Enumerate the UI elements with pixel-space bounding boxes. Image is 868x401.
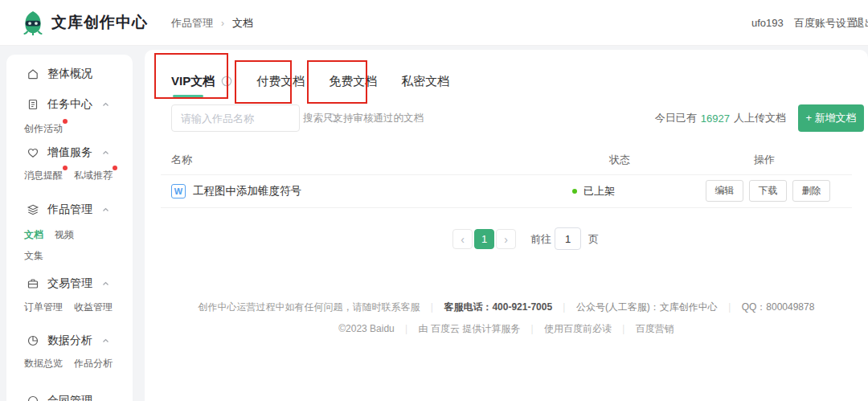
breadcrumb: 作品管理 › 文档: [171, 0, 253, 46]
sidebar-subgroup-works-2: 文集: [6, 246, 133, 265]
app-title: 文库创作中心: [51, 12, 148, 33]
goto-page-suffix: 页: [588, 232, 599, 247]
sidebar-label: 整体概况: [47, 67, 92, 81]
sidebar-item-documents-active[interactable]: 文档: [24, 228, 43, 242]
upload-stat: 今日已有 16927 人上传文档: [655, 104, 786, 132]
sidebar-sublabel: 私域推荐: [74, 170, 113, 181]
sidebar-item-videos[interactable]: 视频: [55, 228, 74, 242]
sidebar-item-private-domain[interactable]: 私域推荐: [74, 169, 113, 182]
account-settings-link[interactable]: 百度账号设置: [794, 0, 857, 46]
sidebar-sublabel: 消息提醒: [24, 170, 63, 181]
sidebar-label: 增值服务: [47, 145, 92, 160]
goto-page-label: 前往: [530, 232, 551, 247]
heart-icon: [27, 146, 39, 159]
contract-icon: [27, 395, 39, 401]
chevron-up-icon[interactable]: [101, 280, 110, 288]
upload-count: 16927: [701, 113, 730, 125]
sidebar-subgroup-task: 创作活动: [6, 119, 133, 138]
sidebar-label: 数据分析: [47, 333, 92, 348]
sidebar-item-data-overview[interactable]: 数据总览: [24, 357, 63, 370]
sidebar-subgroup-services: 消息提醒 私域推荐: [6, 166, 133, 185]
status-badge: 已上架: [583, 184, 615, 198]
breadcrumb-separator-icon: ›: [221, 18, 224, 29]
footer-marketing-link[interactable]: 百度营销: [636, 323, 674, 334]
sidebar-item-order-management[interactable]: 订单管理: [24, 301, 63, 314]
breadcrumb-documents: 文档: [232, 16, 253, 31]
status-cell: 已上架: [572, 175, 615, 207]
edit-button[interactable]: 编辑: [706, 180, 743, 202]
chevron-up-icon[interactable]: [101, 206, 110, 214]
sidebar-label: 作品管理: [47, 203, 92, 217]
annotation-box-free-tab: [307, 60, 367, 104]
sidebar-item-works-analysis[interactable]: 作品分析: [74, 357, 113, 370]
search-hint-text: 搜索只支持审核通过的文档: [303, 104, 424, 132]
username[interactable]: ufo193: [751, 0, 784, 46]
footer-separator: ｜: [559, 301, 569, 313]
next-page-button[interactable]: ›: [496, 229, 516, 249]
new-badge-dot: [63, 166, 68, 170]
sidebar-item-works-management[interactable]: 作品管理: [6, 198, 133, 221]
prev-page-button[interactable]: ‹: [452, 229, 473, 249]
footer-wechat: 公众号(人工客服)：文库创作中心: [576, 301, 718, 313]
delete-button[interactable]: 删除: [792, 180, 830, 202]
sidebar-item-collections[interactable]: 文集: [24, 249, 43, 263]
new-badge-dot: [113, 166, 117, 170]
footer-copyright: ©2023 Baidu: [338, 323, 395, 334]
column-header-status: 状态: [609, 153, 630, 167]
task-icon: [27, 98, 39, 111]
status-dot-icon: [572, 189, 577, 194]
goto-page-input[interactable]: [555, 227, 581, 250]
new-document-button[interactable]: + 新增文档: [798, 104, 864, 132]
sidebar-item-task-center[interactable]: 任务中心: [6, 93, 133, 116]
sidebar-item-message-reminder[interactable]: 消息提醒: [24, 169, 63, 182]
tab-private-documents[interactable]: 私密文档: [401, 74, 449, 89]
chevron-up-icon[interactable]: [101, 100, 110, 108]
footer-phone: 客服电话：400-921-7005: [444, 301, 552, 313]
word-doc-icon: W: [171, 184, 186, 198]
footer-separator: ｜: [527, 323, 537, 334]
sidebar-item-transaction-management[interactable]: 交易管理: [6, 272, 133, 295]
annotation-box-vip-tab: [154, 53, 228, 99]
upload-stat-prefix: 今日已有: [655, 111, 697, 125]
upload-stat-suffix: 人上传文档: [734, 111, 786, 125]
mascot-icon: [22, 10, 44, 35]
breadcrumb-works-management[interactable]: 作品管理: [171, 16, 213, 31]
footer-support-text: 创作中心运营过程中如有任何问题，请随时联系客服: [199, 301, 420, 313]
sidebar-label: 合同管理: [47, 394, 92, 401]
footer-separator: ｜: [725, 301, 735, 313]
sidebar-label: 交易管理: [47, 276, 92, 291]
sidebar-item-data-analysis[interactable]: 数据分析: [6, 329, 133, 352]
logout-link[interactable]: 退出: [854, 0, 868, 46]
footer-support-line: 创作中心运营过程中如有任何问题，请随时联系客服｜客服电话：400-921-700…: [145, 301, 868, 314]
app-logo[interactable]: 文库创作中心: [22, 10, 148, 35]
sidebar: 整体概况 任务中心 创作活动 增值服务 消息提醒 私域推荐: [6, 55, 133, 401]
sidebar-subgroup-transactions: 订单管理 收益管理: [6, 297, 133, 317]
footer-must-read-link[interactable]: 使用百度前必读: [544, 323, 612, 334]
sidebar-item-creation-activity[interactable]: 创作活动: [24, 122, 63, 136]
chevron-up-icon[interactable]: [101, 337, 110, 345]
footer-separator: ｜: [428, 301, 437, 313]
annotation-box-paid-tab: [235, 60, 292, 104]
sidebar-label: 任务中心: [47, 97, 92, 112]
chevron-up-icon[interactable]: [101, 149, 110, 157]
download-button[interactable]: 下载: [749, 180, 787, 202]
footer-separator: ｜: [402, 323, 411, 334]
search-box: [171, 104, 300, 132]
column-header-action: 操作: [754, 153, 775, 167]
top-header: 文库创作中心 作品管理 › 文档 ufo193 百度账号设置 退出: [0, 0, 868, 46]
page-1-button[interactable]: 1: [474, 229, 494, 249]
sidebar-item-value-added-services[interactable]: 增值服务: [6, 141, 133, 164]
document-title-link[interactable]: 工程图中添加锥度符号: [193, 175, 301, 207]
sidebar-item-revenue-management[interactable]: 收益管理: [74, 301, 113, 314]
footer-cloud-service: 由 百度云 提供计算服务: [419, 323, 521, 334]
wenku-creation-center-page: { "colors": { "accent_green": "#3cae79",…: [0, 0, 868, 401]
briefcase-icon: [27, 277, 39, 290]
layers-icon: [27, 203, 39, 216]
table-divider: [161, 207, 852, 208]
footer-copyright-line: ©2023 Baidu｜由 百度云 提供计算服务｜使用百度前必读｜百度营销: [145, 322, 868, 336]
sidebar-item-contract-management[interactable]: 合同管理: [6, 390, 133, 401]
sidebar-sublabel: 创作活动: [24, 123, 63, 134]
home-icon: [27, 68, 39, 80]
footer-qq: QQ：800049878: [742, 301, 815, 313]
sidebar-item-overview[interactable]: 整体概况: [6, 63, 133, 85]
